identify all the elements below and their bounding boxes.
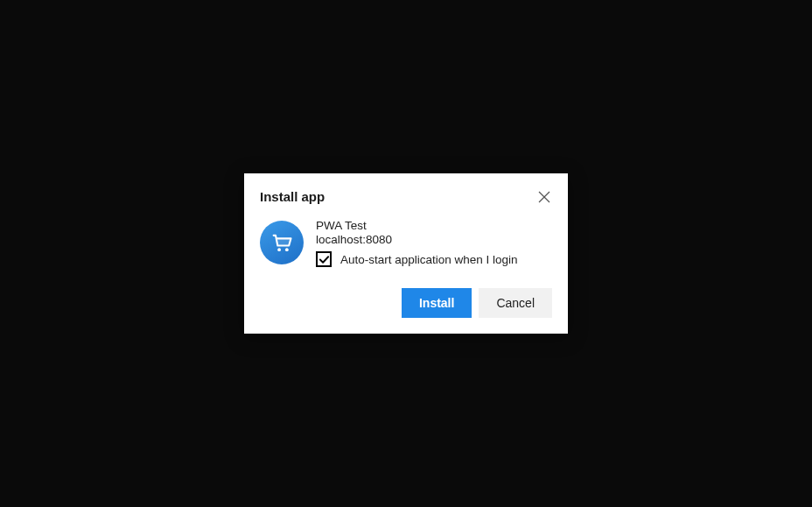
cancel-button[interactable]: Cancel: [479, 288, 552, 318]
app-info: PWA Test localhost:8080 Auto-start appli…: [316, 219, 552, 267]
close-icon: [538, 191, 550, 203]
dialog-header: Install app: [260, 189, 552, 205]
svg-point-2: [277, 248, 281, 251]
install-button[interactable]: Install: [402, 288, 472, 318]
app-icon: [260, 221, 304, 264]
shopping-cart-icon: [270, 230, 294, 255]
dialog-title: Install app: [260, 189, 325, 204]
app-origin: localhost:8080: [316, 233, 552, 246]
autostart-row: Auto-start application when I login: [316, 251, 552, 267]
close-button[interactable]: [536, 189, 552, 205]
autostart-label: Auto-start application when I login: [340, 253, 518, 266]
app-name: PWA Test: [316, 219, 552, 232]
install-app-dialog: Install app PWA Test localhost:8080: [244, 173, 568, 334]
checkmark-icon: [318, 254, 330, 265]
dialog-actions: Install Cancel: [260, 288, 552, 318]
autostart-checkbox[interactable]: [316, 251, 332, 267]
dialog-content: PWA Test localhost:8080 Auto-start appli…: [260, 219, 552, 267]
svg-point-3: [285, 248, 289, 251]
